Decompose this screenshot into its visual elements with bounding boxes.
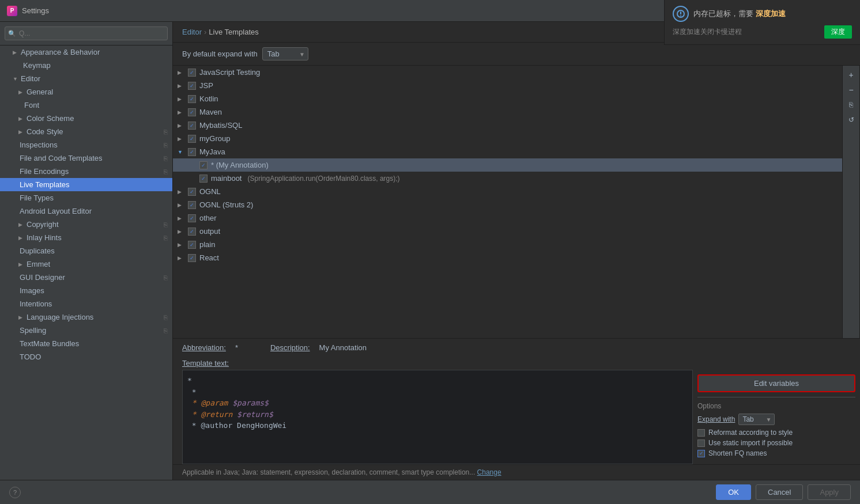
- apply-button[interactable]: Apply: [808, 484, 851, 500]
- group-checkbox[interactable]: ✓: [188, 108, 196, 116]
- notification-overlay: 内存已超标，需要 深度加速 深度加速关闭卡慢进程 深度: [664, 0, 860, 45]
- expand-icon: ▶: [18, 116, 24, 122]
- sidebar-item-font[interactable]: Font: [0, 98, 172, 112]
- abbreviation-label: Abbreviation:: [182, 343, 226, 352]
- template-group-ognl[interactable]: ▶ ✓ OGNL: [173, 185, 842, 198]
- template-group-ognl-struts[interactable]: ▶ ✓ OGNL (Struts 2): [173, 198, 842, 211]
- expand-icon: ▶: [13, 50, 18, 55]
- group-arrow-icon: ▶: [178, 229, 184, 234]
- expand-icon: ▶: [18, 89, 24, 95]
- template-group-myjava[interactable]: ▼ ✓ MyJava: [173, 145, 842, 158]
- description-value: My Annotation: [319, 343, 367, 352]
- sidebar-item-file-types[interactable]: File Types: [0, 191, 172, 204]
- group-checkbox[interactable]: ✓: [188, 254, 196, 262]
- group-checkbox[interactable]: ✓: [188, 214, 196, 222]
- copy-icon: ⎘: [164, 128, 168, 135]
- search-input[interactable]: [5, 26, 168, 40]
- group-checkbox[interactable]: ✓: [188, 228, 196, 236]
- group-arrow-icon: ▶: [178, 255, 184, 261]
- abbreviation-row: Abbreviation: * Description: My Annotati…: [173, 339, 860, 357]
- expand-icon: ▶: [18, 262, 24, 267]
- code-line-4: * @return $return$: [187, 409, 688, 420]
- checkbox-shorten-fq: ✓ Shorten FQ names: [697, 449, 855, 457]
- group-checkbox[interactable]: ✓: [188, 188, 196, 196]
- group-checkbox[interactable]: ✓: [188, 95, 196, 103]
- add-button[interactable]: +: [844, 68, 858, 82]
- edit-variables-button[interactable]: Edit variables: [697, 374, 855, 392]
- sidebar-item-keymap[interactable]: Keymap: [0, 59, 172, 72]
- copy-button[interactable]: ⎘: [844, 98, 858, 112]
- sidebar-item-general[interactable]: ▶ General: [0, 85, 172, 98]
- template-group-mygroup[interactable]: ▶ ✓ myGroup: [173, 132, 842, 145]
- template-group-plain[interactable]: ▶ ✓ plain: [173, 238, 842, 251]
- remove-button[interactable]: −: [844, 83, 858, 97]
- template-editor[interactable]: * * * @param $params$ * @return $return$…: [182, 370, 693, 464]
- sidebar-item-live-templates[interactable]: Live Templates: [0, 178, 172, 191]
- sidebar-item-language-injections[interactable]: ▶ Language Injections ⎘: [0, 310, 172, 324]
- change-link[interactable]: Change: [477, 468, 501, 476]
- revert-button[interactable]: ↺: [844, 113, 858, 127]
- group-checkbox[interactable]: ✓: [188, 241, 196, 249]
- checkbox-static-import: Use static import if possible: [697, 439, 855, 447]
- bottom-panel: Abbreviation: * Description: My Annotati…: [173, 338, 860, 480]
- description-label: Description:: [270, 343, 310, 352]
- sidebar-item-emmet[interactable]: ▶ Emmet: [0, 257, 172, 271]
- notif-text: 内存已超标，需要 深度加速: [693, 9, 786, 19]
- group-checkbox[interactable]: ✓: [188, 82, 196, 90]
- sidebar-item-gui-designer[interactable]: GUI Designer ⎘: [0, 271, 172, 284]
- cancel-button[interactable]: Cancel: [756, 484, 803, 500]
- notif-button[interactable]: 深度: [824, 25, 852, 39]
- window-title: Settings: [22, 6, 49, 15]
- right-buttons-panel: + − ⎘ ↺: [843, 66, 860, 338]
- template-group-js-testing[interactable]: ▶ ✓ JavaScript Testing: [173, 66, 842, 79]
- sidebar-item-inspections[interactable]: Inspections ⎘: [0, 138, 172, 151]
- sidebar-item-code-style[interactable]: ▶ Code Style ⎘: [0, 125, 172, 138]
- expand-icon: ▼: [13, 76, 18, 82]
- sidebar-item-editor[interactable]: ▼ Editor: [0, 72, 172, 85]
- template-group-react[interactable]: ▶ ✓ React: [173, 251, 842, 264]
- applicable-row: Applicable in Java; Java: statement, exp…: [173, 464, 860, 480]
- sidebar-item-appearance[interactable]: ▶ Appearance & Behavior: [0, 46, 172, 59]
- breadcrumb-separator: ›: [204, 28, 206, 36]
- template-group-kotlin[interactable]: ▶ ✓ Kotlin: [173, 92, 842, 105]
- copy-icon: ⎘: [164, 155, 168, 162]
- template-group-output[interactable]: ▶ ✓ output: [173, 225, 842, 238]
- expand-select[interactable]: Tab Enter Space: [262, 47, 308, 60]
- template-group-mybatis[interactable]: ▶ ✓ Mybatis/SQL: [173, 119, 842, 132]
- item-checkbox[interactable]: ✓: [199, 161, 208, 169]
- sidebar-item-color-scheme[interactable]: ▶ Color Scheme: [0, 112, 172, 125]
- sidebar-item-images[interactable]: Images: [0, 284, 172, 297]
- reformat-checkbox[interactable]: [697, 429, 705, 437]
- group-checkbox[interactable]: ✓: [188, 69, 196, 77]
- sidebar-item-todo[interactable]: TODO: [0, 350, 172, 363]
- sidebar-item-duplicates[interactable]: Duplicates: [0, 244, 172, 257]
- template-group-jsp[interactable]: ▶ ✓ JSP: [173, 79, 842, 92]
- sidebar-item-textmate-bundles[interactable]: TextMate Bundles: [0, 337, 172, 350]
- group-checkbox[interactable]: ✓: [188, 135, 196, 143]
- templates-section: ▶ ✓ JavaScript Testing ▶ ✓ JSP ▶ ✓ Kotli…: [173, 66, 860, 338]
- item-checkbox[interactable]: ✓: [199, 175, 208, 183]
- sidebar-item-file-encodings[interactable]: File Encodings ⎘: [0, 165, 172, 178]
- sidebar-item-android-layout-editor[interactable]: Android Layout Editor: [0, 204, 172, 218]
- sidebar-item-spelling[interactable]: Spelling ⎘: [0, 324, 172, 337]
- sidebar-item-intentions[interactable]: Intentions: [0, 297, 172, 310]
- shorten-fq-checkbox[interactable]: ✓: [697, 450, 705, 457]
- group-checkbox[interactable]: ✓: [188, 122, 196, 130]
- help-button[interactable]: ?: [9, 487, 21, 498]
- sidebar-item-file-code-templates[interactable]: File and Code Templates ⎘: [0, 151, 172, 165]
- group-checkbox[interactable]: ✓: [188, 201, 196, 209]
- template-item-myjava-mainboot[interactable]: ✓ mainboot (SpringApplication.run(OrderM…: [173, 172, 842, 185]
- static-import-checkbox[interactable]: [697, 439, 705, 447]
- ok-button[interactable]: OK: [716, 484, 751, 500]
- sidebar-item-inlay-hints[interactable]: ▶ Inlay Hints ⎘: [0, 231, 172, 244]
- expand-with-select[interactable]: Tab Enter Space: [738, 414, 775, 425]
- breadcrumb-parent[interactable]: Editor: [182, 28, 202, 36]
- template-group-other[interactable]: ▶ ✓ other: [173, 211, 842, 225]
- code-line-1: *: [187, 375, 688, 386]
- sidebar-item-copyright[interactable]: ▶ Copyright ⎘: [0, 218, 172, 231]
- group-checkbox[interactable]: ✓: [188, 148, 196, 156]
- template-text-label-row: Template text:: [173, 357, 860, 370]
- template-group-maven[interactable]: ▶ ✓ Maven: [173, 105, 842, 119]
- template-item-myjava-annotation[interactable]: ✓ * (My Annotation): [173, 158, 842, 172]
- right-panel: Edit variables Options Expand with Tab E…: [693, 370, 860, 464]
